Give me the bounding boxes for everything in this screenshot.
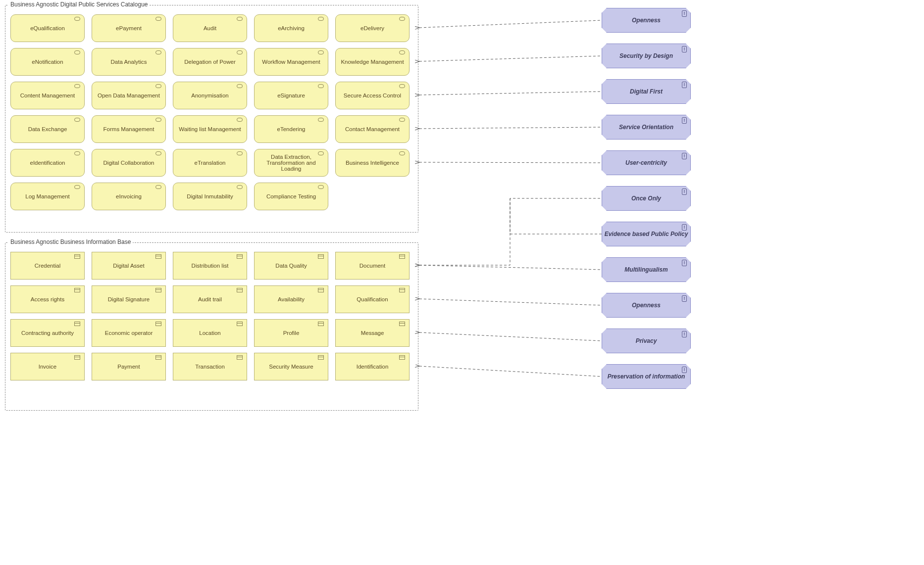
- principle-icon: !: [682, 153, 687, 159]
- information-node[interactable]: Payment: [92, 353, 166, 380]
- service-node[interactable]: Open Data Management: [92, 82, 166, 109]
- principle-label: Openness: [632, 17, 661, 24]
- information-node[interactable]: Message: [335, 319, 410, 347]
- service-node[interactable]: Waiting list Management: [173, 115, 247, 143]
- node-label: Identification: [357, 364, 389, 370]
- service-node[interactable]: Compliance Testing: [254, 183, 328, 210]
- group-information-base: Business Agnostic Business Information B…: [5, 242, 418, 411]
- service-node[interactable]: eArchiving: [254, 14, 328, 42]
- group-services-title: Business Agnostic Digital Public Service…: [8, 1, 150, 8]
- business-object-icon: [399, 355, 406, 360]
- business-object-icon: [74, 355, 81, 360]
- node-label: eArchiving: [278, 25, 305, 31]
- service-node[interactable]: Data Analytics: [92, 48, 166, 76]
- service-node[interactable]: Digital Inmutability: [173, 183, 247, 210]
- service-node[interactable]: eInvoicing: [92, 183, 166, 210]
- node-label: Forms Management: [103, 126, 154, 132]
- principle-node[interactable]: Privacy!: [602, 329, 691, 353]
- information-node[interactable]: Credential: [10, 252, 85, 280]
- service-node[interactable]: Knowledge Management: [335, 48, 410, 76]
- information-node[interactable]: Distribution list: [173, 252, 247, 280]
- node-label: eSignature: [277, 93, 305, 98]
- service-icon: [155, 118, 162, 123]
- node-label: Audit trail: [198, 296, 222, 302]
- information-node[interactable]: Economic operator: [92, 319, 166, 347]
- service-node[interactable]: Anonymisation: [173, 82, 247, 109]
- principle-node[interactable]: Preservation of information!: [602, 364, 691, 389]
- principle-node[interactable]: Openness!: [602, 8, 691, 33]
- node-label: Data Quality: [275, 263, 307, 269]
- business-object-icon: [237, 322, 244, 327]
- information-node[interactable]: Document: [335, 252, 410, 280]
- service-node[interactable]: Secure Access Control: [335, 82, 410, 109]
- service-node[interactable]: Audit: [173, 14, 247, 42]
- service-node[interactable]: Log Management: [10, 183, 85, 210]
- node-label: Transaction: [195, 364, 225, 370]
- service-node[interactable]: Contact Management: [335, 115, 410, 143]
- information-node[interactable]: Digital Signature: [92, 285, 166, 313]
- information-node[interactable]: Invoice: [10, 353, 85, 380]
- service-node[interactable]: Data Extraction, Transformation and Load…: [254, 149, 328, 177]
- service-node[interactable]: eSignature: [254, 82, 328, 109]
- principle-node[interactable]: Digital First!: [602, 79, 691, 104]
- service-icon: [155, 17, 162, 22]
- information-node[interactable]: Access rights: [10, 285, 85, 313]
- information-node[interactable]: Availability: [254, 285, 328, 313]
- service-node[interactable]: Workflow Management: [254, 48, 328, 76]
- node-label: eNotification: [32, 59, 63, 65]
- information-node[interactable]: Digital Asset: [92, 252, 166, 280]
- information-node[interactable]: Audit trail: [173, 285, 247, 313]
- information-node[interactable]: Data Quality: [254, 252, 328, 280]
- node-label: Digital Inmutability: [187, 193, 233, 199]
- service-node[interactable]: Data Exchange: [10, 115, 85, 143]
- node-label: Knowledge Management: [341, 59, 404, 65]
- service-icon: [318, 84, 325, 89]
- principle-node[interactable]: Multilingualism!: [602, 257, 691, 282]
- principle-node[interactable]: Service Orientation!: [602, 115, 691, 140]
- principle-node[interactable]: Evidence based Public Policy!: [602, 222, 691, 246]
- information-node[interactable]: Identification: [335, 353, 410, 380]
- service-node[interactable]: ePayment: [92, 14, 166, 42]
- information-node[interactable]: Location: [173, 319, 247, 347]
- business-object-icon: [318, 355, 325, 360]
- service-node[interactable]: eNotification: [10, 48, 85, 76]
- principle-node[interactable]: Security by Design!: [602, 44, 691, 68]
- principle-label: Preservation of information: [608, 373, 685, 380]
- business-object-icon: [74, 322, 81, 327]
- svg-line-9: [419, 366, 602, 377]
- service-node[interactable]: Delegation of Power: [173, 48, 247, 76]
- service-node[interactable]: Forms Management: [92, 115, 166, 143]
- business-object-icon: [237, 288, 244, 293]
- business-object-icon: [237, 355, 244, 360]
- service-icon: [399, 118, 406, 123]
- information-node[interactable]: Contracting authority: [10, 319, 85, 347]
- service-node[interactable]: eTranslation: [173, 149, 247, 177]
- service-node[interactable]: eTendering: [254, 115, 328, 143]
- svg-line-8: [419, 332, 602, 341]
- principle-node[interactable]: Once Only!: [602, 186, 691, 211]
- principle-icon: !: [682, 295, 687, 302]
- information-node[interactable]: Transaction: [173, 353, 247, 380]
- principle-node[interactable]: User-centricity!: [602, 150, 691, 175]
- principle-label: Openness: [632, 302, 661, 309]
- service-node[interactable]: eIdentification: [10, 149, 85, 177]
- business-object-icon: [74, 288, 81, 293]
- business-object-icon: [399, 288, 406, 293]
- principle-icon: !: [682, 260, 687, 266]
- service-node[interactable]: Business Intelligence: [335, 149, 410, 177]
- svg-line-7: [419, 299, 602, 305]
- information-node[interactable]: Profile: [254, 319, 328, 347]
- service-node[interactable]: eQualification: [10, 14, 85, 42]
- service-icon: [399, 84, 406, 89]
- node-label: Payment: [117, 364, 140, 370]
- information-node[interactable]: Security Measure: [254, 353, 328, 380]
- information-node[interactable]: Qualification: [335, 285, 410, 313]
- service-node[interactable]: Digital Collaboration: [92, 149, 166, 177]
- principle-node[interactable]: Openness!: [602, 293, 691, 318]
- node-label: ePayment: [116, 25, 142, 31]
- service-node[interactable]: eDelivery: [335, 14, 410, 42]
- service-icon: [74, 84, 81, 89]
- service-icon: [399, 151, 406, 156]
- service-node[interactable]: Content Management: [10, 82, 85, 109]
- service-icon: [318, 185, 325, 190]
